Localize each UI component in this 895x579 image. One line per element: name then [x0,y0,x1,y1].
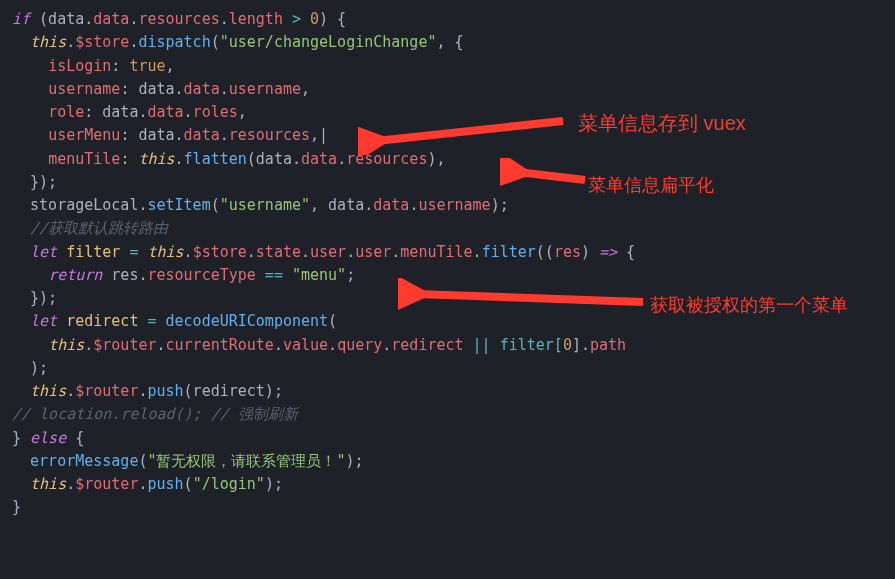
code-line: menuTile: this.flatten(data.data.resourc… [12,150,446,168]
code-line: }); [12,289,57,307]
code-line: this.$store.dispatch("user/changeLoginCh… [12,33,464,51]
code-line: storageLocal.setItem("username", data.da… [12,196,509,214]
code-block: if (data.data.resources.length > 0) { th… [0,8,895,520]
code-line: this.$router.push("/login"); [12,475,283,493]
code-line: }); [12,173,57,191]
code-line: let redirect = decodeURIComponent( [12,312,337,330]
code-line: } else { [12,429,84,447]
code-line: ); [12,359,48,377]
code-line: //获取默认跳转路由 [12,219,168,237]
code-line: errorMessage("暂无权限，请联系管理员！"); [12,452,364,470]
code-line: username: data.data.username, [12,80,310,98]
code-line: let filter = this.$store.state.user.user… [12,243,635,261]
code-line: if (data.data.resources.length > 0) { [12,10,346,28]
code-line: // location.reload(); // 强制刷新 [12,405,298,423]
code-line: userMenu: data.data.resources,| [12,126,328,144]
code-line: this.$router.push(redirect); [12,382,283,400]
code-line: isLogin: true, [12,57,175,75]
code-line: role: data.data.roles, [12,103,247,121]
code-line: return res.resourceType == "menu"; [12,266,355,284]
code-line: this.$router.currentRoute.value.query.re… [12,336,626,354]
code-line: } [12,498,21,516]
